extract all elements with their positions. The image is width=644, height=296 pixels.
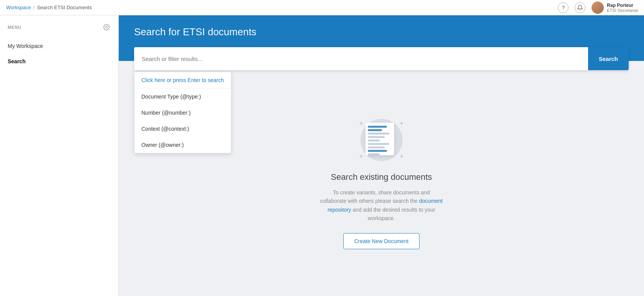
content-title: Search existing documents bbox=[331, 172, 432, 182]
search-box: Search bbox=[134, 47, 629, 70]
gear-icon[interactable] bbox=[102, 23, 111, 31]
user-section[interactable]: Rap Porteur ETSI Secretariat bbox=[592, 2, 638, 14]
breadcrumb: Workspace / Search ETSI Documents bbox=[6, 5, 92, 10]
search-input[interactable] bbox=[134, 47, 588, 70]
doc-line-2 bbox=[368, 129, 382, 131]
notification-icon[interactable] bbox=[575, 2, 585, 13]
breadcrumb-current: Search ETSI Documents bbox=[37, 5, 92, 10]
plus-icon-4: + bbox=[400, 153, 404, 160]
search-button[interactable]: Search bbox=[588, 47, 629, 70]
repo-link[interactable]: document repository bbox=[328, 198, 442, 212]
topbar: Workspace / Search ETSI Documents ? Rap … bbox=[0, 0, 644, 15]
breadcrumb-separator: / bbox=[33, 5, 35, 10]
doc-line-4 bbox=[368, 136, 385, 138]
create-new-document-button[interactable]: Create New Document bbox=[343, 233, 420, 249]
user-name: Rap Porteur bbox=[607, 3, 638, 8]
user-role: ETSI Secretariat bbox=[607, 8, 638, 13]
breadcrumb-workspace-link[interactable]: Workspace bbox=[6, 5, 31, 10]
dropdown-item-enter-search[interactable]: Click here or press Enter to search bbox=[134, 72, 231, 88]
sidebar-item-my-workspace[interactable]: My Workspace bbox=[0, 38, 118, 54]
svg-point-0 bbox=[106, 26, 108, 28]
doc-line-8 bbox=[368, 150, 387, 152]
document-illustration: + + + + bbox=[359, 117, 405, 163]
search-dropdown: Click here or press Enter to search Docu… bbox=[134, 72, 231, 153]
page-title: Search for ETSI documents bbox=[134, 26, 629, 38]
doc-line-6 bbox=[368, 143, 390, 145]
sidebar: MENU My Workspace Search bbox=[0, 15, 119, 296]
plus-icon-1: + bbox=[359, 120, 364, 127]
dropdown-item-number[interactable]: Number (@number:) bbox=[134, 105, 231, 121]
layout: MENU My Workspace Search Search for ETSI… bbox=[0, 15, 644, 296]
doc-line-9 bbox=[368, 153, 380, 155]
content-description: To create variants, share documents and … bbox=[320, 188, 443, 223]
doc-line-1 bbox=[368, 126, 387, 128]
sidebar-menu-header: MENU bbox=[0, 15, 118, 35]
topbar-actions: ? Rap Porteur ETSI Secretariat bbox=[558, 2, 638, 14]
main: Search for ETSI documents Search Click h… bbox=[119, 15, 644, 296]
dropdown-item-owner[interactable]: Owner (@owner:) bbox=[134, 137, 231, 153]
dropdown-item-doc-type[interactable]: Document Type (@type:) bbox=[134, 89, 231, 105]
doc-line-5 bbox=[368, 140, 380, 141]
doc-line-7 bbox=[368, 146, 385, 148]
doc-line-3 bbox=[368, 133, 390, 135]
illustration-doc-card bbox=[365, 123, 394, 155]
dropdown-item-context[interactable]: Context (@context:) bbox=[134, 121, 231, 137]
sidebar-menu-label: MENU bbox=[8, 25, 21, 30]
help-icon[interactable]: ? bbox=[558, 2, 569, 13]
search-area: Search Click here or press Enter to sear… bbox=[119, 47, 644, 70]
plus-icon-3: + bbox=[359, 153, 364, 160]
sidebar-nav: My Workspace Search bbox=[0, 35, 118, 72]
plus-icon-2: + bbox=[400, 120, 404, 127]
sidebar-item-search[interactable]: Search bbox=[0, 54, 118, 69]
avatar bbox=[592, 2, 604, 14]
user-info: Rap Porteur ETSI Secretariat bbox=[607, 3, 638, 13]
